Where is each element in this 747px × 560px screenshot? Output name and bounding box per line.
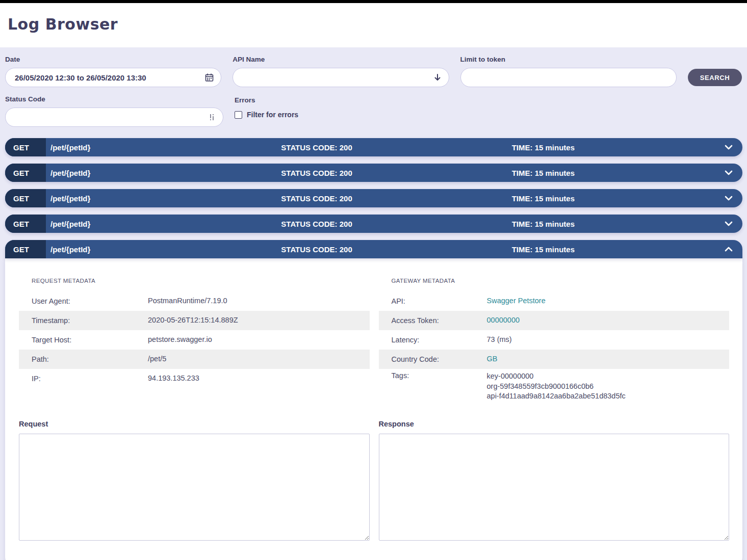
- log-row[interactable]: GET /pet/{petId} STATUS CODE: 200 TIME: …: [5, 138, 742, 156]
- status-code-field: Status Code: [5, 95, 223, 127]
- log-detail-panel: REQUEST METADATA User Agent:PostmanRunti…: [5, 258, 742, 560]
- metadata-value-link[interactable]: Swagger Petstore: [487, 296, 546, 306]
- time-cell-value: 15 minutes: [535, 245, 575, 254]
- request-path: /pet/{petId}: [46, 220, 281, 228]
- log-rows-list: GET /pet/{petId} STATUS CODE: 200 TIME: …: [0, 138, 747, 560]
- log-row[interactable]: GET /pet/{petId} STATUS CODE: 200 TIME: …: [5, 164, 742, 182]
- metadata-row: API:Swagger Petstore: [379, 291, 730, 311]
- limit-to-token-label: Limit to token: [460, 56, 677, 63]
- status-code-cell-label: STATUS CODE:: [281, 245, 337, 254]
- metadata-value-link[interactable]: GB: [487, 354, 498, 364]
- log-row[interactable]: GET /pet/{petId} STATUS CODE: 200 TIME: …: [5, 215, 742, 233]
- metadata-row: IP:94.193.135.233: [19, 369, 370, 388]
- response-body-textarea[interactable]: [379, 434, 730, 541]
- api-name-input[interactable]: [233, 68, 448, 87]
- metadata-value: key-00000000org-59f348559f3cb9000166c0b6…: [487, 371, 626, 402]
- date-field: Date: [5, 56, 221, 87]
- chevron-up-icon[interactable]: [724, 246, 733, 252]
- limit-to-token-input[interactable]: [461, 68, 676, 87]
- metadata-row: Timestamp:2020-05-26T12:15:14.889Z: [19, 311, 370, 330]
- request-path: /pet/{petId}: [46, 169, 281, 177]
- limit-to-token-field: Limit to token: [460, 56, 677, 87]
- app-header: Log Browser: [0, 3, 747, 47]
- http-method-badge: GET: [5, 189, 46, 207]
- time-cell: TIME: 15 minutes: [512, 194, 742, 203]
- metadata-label: API:: [392, 297, 487, 305]
- filter-row-1: Date API Name: [5, 56, 742, 87]
- request-metadata-title: REQUEST METADATA: [32, 278, 370, 284]
- chevron-down-icon[interactable]: [724, 195, 733, 201]
- metadata-label: IP:: [32, 375, 148, 383]
- filter-for-errors-label: Filter for errors: [247, 111, 298, 119]
- levels-icon: [210, 113, 216, 121]
- gateway-metadata-title: GATEWAY METADATA: [392, 278, 730, 284]
- date-label: Date: [5, 56, 221, 63]
- request-body-section: Request: [19, 404, 370, 543]
- http-method-badge: GET: [5, 164, 46, 182]
- metadata-value: 2020-05-26T12:15:14.889Z: [148, 315, 238, 326]
- metadata-row: Country Code:GB: [379, 350, 730, 369]
- metadata-row: Target Host:petstore.swagger.io: [19, 330, 370, 350]
- time-cell: TIME: 15 minutes: [512, 220, 742, 228]
- metadata-row: Latency:73 (ms): [379, 330, 730, 350]
- request-body-textarea[interactable]: [19, 434, 370, 541]
- metadata-label: User Agent:: [32, 297, 148, 305]
- response-body-section: Response: [379, 404, 730, 543]
- errors-label: Errors: [235, 96, 298, 104]
- metadata-label: Country Code:: [392, 355, 487, 363]
- metadata-row: Access Token:00000000: [379, 311, 730, 330]
- metadata-value: petstore.swagger.io: [148, 335, 212, 345]
- status-code-cell: STATUS CODE: 200: [281, 194, 511, 203]
- metadata-label: Timestamp:: [32, 316, 148, 325]
- chevron-down-icon[interactable]: [724, 144, 733, 150]
- http-method-badge: GET: [5, 240, 46, 258]
- metadata-value: 94.193.135.233: [148, 374, 199, 384]
- status-code-cell: STATUS CODE: 200: [281, 220, 511, 228]
- search-button[interactable]: SEARCH: [688, 69, 742, 86]
- api-name-label: API Name: [233, 56, 449, 63]
- log-row[interactable]: GET /pet/{petId} STATUS CODE: 200 TIME: …: [5, 189, 742, 207]
- gateway-metadata-section: GATEWAY METADATA API:Swagger PetstoreAcc…: [379, 278, 730, 404]
- response-body-label: Response: [379, 420, 730, 428]
- arrow-down-icon[interactable]: [433, 73, 442, 82]
- metadata-value: 73 (ms): [487, 335, 512, 345]
- request-path: /pet/{petId}: [46, 143, 281, 152]
- status-code-cell: STATUS CODE: 200: [281, 169, 511, 177]
- metadata-value: PostmanRuntime/7.19.0: [148, 296, 227, 306]
- page-title: Log Browser: [8, 15, 739, 33]
- metadata-row: Path:/pet/5: [19, 350, 370, 369]
- calendar-icon[interactable]: [205, 73, 214, 82]
- status-code-cell: STATUS CODE: 200: [281, 143, 511, 152]
- chevron-down-icon[interactable]: [724, 221, 733, 227]
- status-code-cell-value: 200: [340, 245, 352, 254]
- log-row-expanded[interactable]: GET /pet/{petId} STATUS CODE: 200 TIME: …: [5, 240, 742, 258]
- status-code-cell: STATUS CODE: 200: [281, 245, 511, 254]
- request-body-label: Request: [19, 420, 370, 428]
- filter-for-errors-checkbox[interactable]: [235, 111, 242, 119]
- http-method-badge: GET: [5, 215, 46, 233]
- filter-row-2: Status Code Errors Filter for errors: [5, 95, 742, 127]
- metadata-value-link[interactable]: 00000000: [487, 315, 520, 326]
- status-code-input[interactable]: [6, 108, 223, 126]
- http-method-badge: GET: [5, 138, 46, 156]
- metadata-value: /pet/5: [148, 354, 166, 364]
- metadata-label: Access Token:: [392, 316, 487, 325]
- time-cell-label: TIME:: [512, 245, 533, 254]
- chevron-down-icon[interactable]: [724, 170, 733, 176]
- metadata-label: Latency:: [392, 336, 487, 344]
- metadata-label: Path:: [32, 355, 148, 363]
- time-cell: TIME: 15 minutes: [512, 245, 742, 254]
- errors-field: Errors Filter for errors: [235, 95, 298, 119]
- metadata-label: Tags:: [392, 371, 487, 380]
- metadata-row: Tags:key-00000000org-59f348559f3cb900016…: [379, 369, 730, 404]
- status-code-label: Status Code: [5, 95, 223, 103]
- time-cell: TIME: 15 minutes: [512, 143, 742, 152]
- request-path: /pet/{petId}: [46, 194, 281, 203]
- date-input[interactable]: [6, 68, 221, 87]
- metadata-label: Target Host:: [32, 336, 148, 344]
- request-path: /pet/{petId}: [46, 245, 281, 254]
- api-name-field: API Name: [233, 56, 449, 87]
- metadata-row: User Agent:PostmanRuntime/7.19.0: [19, 291, 370, 311]
- request-metadata-section: REQUEST METADATA User Agent:PostmanRunti…: [19, 278, 370, 404]
- filter-panel: Date API Name: [0, 47, 747, 138]
